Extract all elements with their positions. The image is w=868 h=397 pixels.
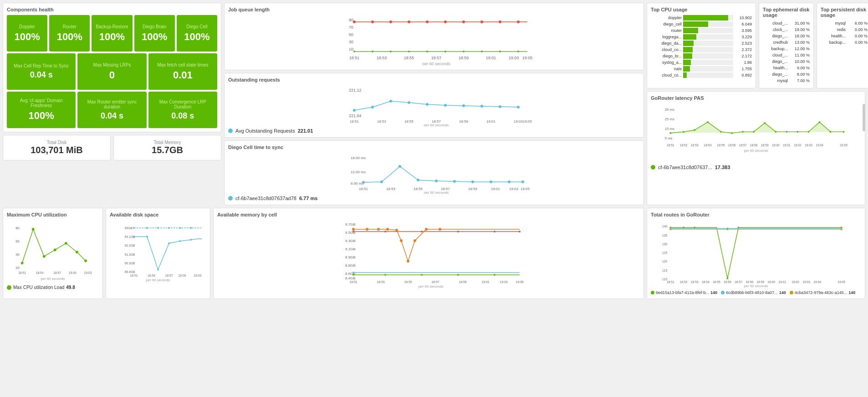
svg-point-146 <box>168 242 170 244</box>
svg-point-173 <box>352 231 354 232</box>
svg-text:per 60 seconds: per 60 seconds <box>424 191 449 194</box>
top-cpu-panel: Top CPU usage doppler 10.902 diego_cell … <box>647 3 756 88</box>
svg-text:19:01: 19:01 <box>481 280 490 284</box>
svg-point-166 <box>386 228 389 231</box>
svg-point-138 <box>146 227 148 229</box>
svg-text:92.2GB: 92.2GB <box>125 244 135 247</box>
cpu-row: loggrega... 3.229 <box>651 34 752 40</box>
top-ephemeral-rows: cloud_... 31.00 % clock_... 19.00 % dieg… <box>763 21 810 83</box>
avail-disk-panel: Available disk space 95GB 94.1GB 92.2GB … <box>106 208 210 299</box>
svg-point-83 <box>683 131 684 133</box>
svg-point-85 <box>707 121 709 123</box>
svg-text:15 ms: 15 ms <box>665 127 674 131</box>
svg-text:18:54: 18:54 <box>704 144 712 147</box>
gorouterlatency-panel: GoRouter latency PAS 35 ms 25 ms 15 ms 5… <box>647 91 865 205</box>
svg-point-182 <box>457 274 459 276</box>
svg-point-23 <box>499 51 501 52</box>
cpu-row: doppler 10.902 <box>651 15 752 21</box>
top-persistent-rows: mysql 6.00 % redis 0.00 % health... 0.00… <box>821 21 868 45</box>
svg-text:18:54: 18:54 <box>36 271 44 274</box>
svg-point-11 <box>462 21 465 23</box>
svg-text:18:59: 18:59 <box>459 280 467 284</box>
svg-text:125: 125 <box>662 251 667 254</box>
total-memory-value: 15.7GB <box>118 145 216 155</box>
health-card-convergence-lrp: Max Convergence LRP Duration 0.08 s <box>148 92 217 128</box>
svg-text:19:05: 19:05 <box>516 280 524 284</box>
persistent-row: health... 0.00 % <box>821 33 868 39</box>
job-queue-chart: 90 70 50 30 10 <box>228 15 640 65</box>
scrollbar[interactable] <box>863 104 865 131</box>
health-card-backup-restore: Backup-Restore 100% <box>92 15 132 52</box>
svg-point-169 <box>407 260 409 263</box>
svg-point-175 <box>421 231 423 232</box>
cpu-row: cloud_co... 2.372 <box>651 47 752 52</box>
total-memory-panel: Total Memory 15.7GB <box>113 135 221 160</box>
svg-text:19:02: 19:02 <box>794 144 802 147</box>
outstanding-requests-chart: 221.12 221.04 18:51 18:53 18 <box>228 85 640 126</box>
diego-cell-sync-title: Diego Cell time to sync <box>228 144 640 150</box>
svg-point-86 <box>720 131 722 133</box>
svg-text:18:57: 18:57 <box>735 280 742 284</box>
svg-point-124 <box>84 259 87 262</box>
gorouterlatency-title: GoRouter latency PAS <box>651 95 861 101</box>
total-routes-chart: 140 135 130 125 120 115 110 <box>651 220 861 289</box>
svg-text:18:52: 18:52 <box>680 280 688 284</box>
svg-point-61 <box>417 179 419 181</box>
svg-text:18:55: 18:55 <box>404 56 414 60</box>
cpu-row: router 3.595 <box>651 28 752 33</box>
ephemeral-row: diego_... 8.00 % <box>763 72 810 77</box>
svg-point-21 <box>463 51 465 52</box>
svg-point-145 <box>157 269 159 271</box>
svg-point-64 <box>471 180 474 183</box>
svg-point-63 <box>453 180 456 183</box>
top-cpu-title: Top CPU usage <box>651 7 752 12</box>
svg-text:8.8GB: 8.8GB <box>345 263 356 268</box>
svg-point-168 <box>400 239 403 242</box>
svg-text:per 60 seconds: per 60 seconds <box>424 123 449 126</box>
ephemeral-row: cloud_... 11.00 % <box>763 52 810 58</box>
svg-point-176 <box>457 231 459 232</box>
svg-point-6 <box>371 21 374 23</box>
health-card-diego-brain: Diego Brain 100% <box>134 15 175 52</box>
max-cpu-title: Maximum CPU utilization <box>7 212 99 217</box>
svg-text:40: 40 <box>15 253 20 257</box>
svg-text:18:53: 18:53 <box>386 187 396 191</box>
svg-point-43 <box>480 105 483 108</box>
health-card-doppler-value: 100% <box>14 31 40 43</box>
svg-text:18:55: 18:55 <box>713 280 720 284</box>
svg-point-139 <box>157 227 159 229</box>
svg-point-212 <box>841 228 842 230</box>
svg-text:18:57: 18:57 <box>431 280 439 284</box>
svg-text:18:59: 18:59 <box>459 56 469 60</box>
svg-point-15 <box>353 51 355 52</box>
svg-point-122 <box>65 242 67 245</box>
top-persistent-panel: Top persistent disk usage mysql 6.00 % r… <box>817 3 868 88</box>
svg-text:19:03: 19:03 <box>802 280 810 284</box>
svg-text:18:53: 18:53 <box>691 280 699 284</box>
svg-text:18.00 ms: 18.00 ms <box>351 156 366 160</box>
svg-point-92 <box>786 131 787 133</box>
svg-point-210 <box>669 228 671 230</box>
svg-text:80: 80 <box>15 226 20 230</box>
svg-point-40 <box>426 103 429 106</box>
svg-point-38 <box>389 100 392 103</box>
avail-disk-title: Available disk space <box>110 212 206 217</box>
svg-text:8.9GB: 8.9GB <box>345 255 356 259</box>
svg-text:19:05: 19:05 <box>523 119 532 124</box>
svg-point-37 <box>371 106 374 108</box>
svg-text:30: 30 <box>349 40 353 44</box>
svg-text:18:52: 18:52 <box>680 144 688 147</box>
avail-disk-chart: 95GB 94.1GB 92.2GB 91.3GB 90.3GB 89.4GB <box>110 220 206 284</box>
avail-memory-panel: Available memory by cell 9.7GB 9.5GB 9.3… <box>213 208 644 299</box>
svg-point-165 <box>377 228 380 231</box>
svg-text:18:53: 18:53 <box>377 56 387 60</box>
svg-text:18:51: 18:51 <box>130 274 138 277</box>
svg-point-143 <box>133 236 135 237</box>
max-cpu-legend-dot <box>7 285 11 290</box>
persistent-row: redis 0.00 % <box>821 27 868 32</box>
svg-point-44 <box>499 105 501 108</box>
svg-text:18:51: 18:51 <box>667 144 674 147</box>
svg-text:18:59: 18:59 <box>468 187 478 191</box>
outstanding-legend-value: 221.01 <box>298 128 313 134</box>
svg-text:19:03: 19:03 <box>805 144 812 147</box>
